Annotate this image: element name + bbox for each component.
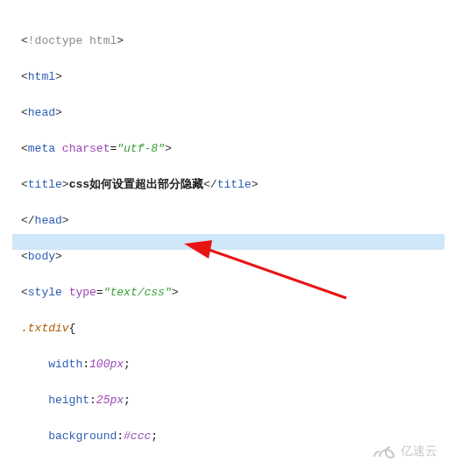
line-head-open: <head> — [21, 104, 455, 123]
tag-title-open: title — [28, 178, 62, 191]
tag-meta: meta — [28, 142, 55, 155]
watermark-logo: 亿速云 — [369, 436, 443, 464]
tag-head: head — [28, 106, 55, 119]
val-background: #ccc — [124, 430, 151, 443]
watermark-text: 亿速云 — [400, 444, 437, 458]
code-block: <!doctype html> <html> <head> <meta char… — [0, 0, 455, 476]
val-charset: "utf-8" — [117, 142, 165, 155]
prop-background: background — [48, 430, 117, 443]
line-head-close: </head> — [21, 212, 455, 231]
tag-body: body — [28, 250, 55, 263]
tag-html: html — [28, 70, 55, 83]
prop-height: height — [48, 394, 89, 407]
line-doctype: <!doctype html> — [21, 32, 455, 51]
line-body-open: <body> — [21, 248, 455, 266]
tag-title-close: title — [217, 178, 252, 191]
doctype: !doctype html — [28, 34, 117, 47]
line-height: height:25px; — [21, 392, 455, 410]
css-selector: .txtdiv — [21, 322, 69, 335]
prop-width: width — [48, 358, 82, 371]
brace-open: { — [69, 322, 76, 335]
angle-open: < — [21, 34, 28, 47]
title-text: css如何设置超出部分隐藏 — [69, 178, 203, 191]
attr-charset: charset — [62, 142, 110, 155]
tag-style: style — [28, 286, 62, 299]
val-height: 25px — [96, 394, 124, 407]
line-blank — [21, 464, 455, 477]
attr-type: type — [69, 286, 96, 299]
line-meta: <meta charset="utf-8"> — [21, 140, 455, 159]
line-html-open: <html> — [21, 68, 455, 87]
tag-head-close: head — [35, 214, 62, 227]
line-width: width:100px; — [21, 356, 455, 374]
line-selector: .txtdiv{ — [21, 320, 455, 338]
line-style-open: <style type="text/css"> — [21, 284, 455, 302]
val-type: "text/css" — [103, 286, 172, 299]
val-width: 100px — [89, 358, 124, 371]
line-title: <title>css如何设置超出部分隐藏</title> — [21, 176, 455, 195]
angle-close: > — [117, 34, 124, 47]
